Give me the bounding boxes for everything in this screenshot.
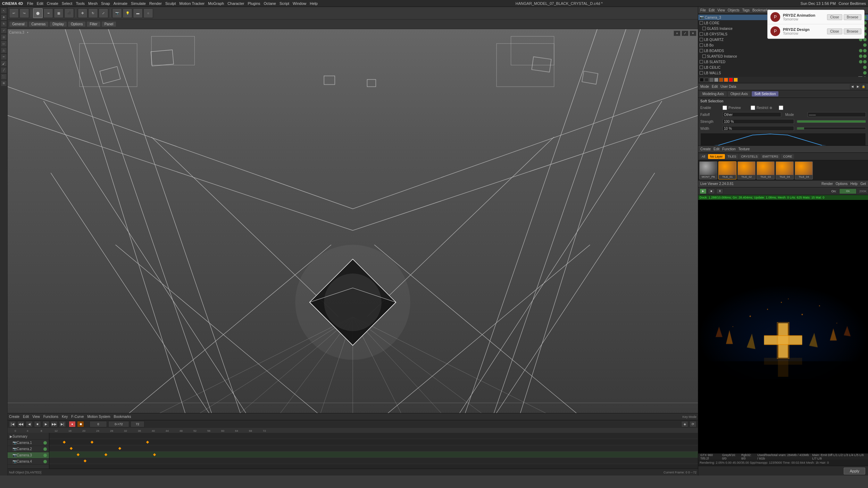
track-label-cam3[interactable]: 📷 Camera.3 xyxy=(8,452,49,458)
attr-menu-userdata[interactable]: User Data xyxy=(720,85,736,89)
toolbar-rotate[interactable]: ↻ xyxy=(88,8,98,18)
menu-script[interactable]: Script xyxy=(279,1,289,6)
menu-select[interactable]: Select xyxy=(62,1,73,6)
viewport-tab-general[interactable]: General xyxy=(9,21,28,27)
toolbar-edges[interactable]: ━ xyxy=(43,8,53,18)
mat-thumb-1[interactable]: TILE_01 xyxy=(718,161,736,179)
mat-tab-emitters[interactable]: EMITTERS xyxy=(760,154,781,159)
attr-restrict-checkbox[interactable] xyxy=(779,106,783,110)
apply-button[interactable]: Apply xyxy=(844,468,865,474)
mat-thumb-5[interactable]: TILE_04 xyxy=(795,161,813,179)
color-swatch-bright-orange[interactable] xyxy=(724,78,728,82)
notif-browse-0[interactable]: Browse xyxy=(844,14,861,20)
tool-rotate[interactable]: ↻ xyxy=(1,21,7,27)
obj-item-boards[interactable]: LB BOARDS xyxy=(698,48,868,53)
tool-knife[interactable]: ╱ xyxy=(1,67,7,73)
obj-menu-file[interactable]: File xyxy=(700,8,706,12)
attr-tab-object-axis[interactable]: Object Axis xyxy=(728,91,751,96)
keyframe[interactable] xyxy=(153,453,156,456)
obj-menu-tags[interactable]: Tags xyxy=(742,8,750,12)
mat-thumb-2[interactable]: TILE_02 xyxy=(737,161,756,179)
tl-fps[interactable]: 72 xyxy=(131,421,144,427)
viewport-tab-panel[interactable]: Panel xyxy=(101,21,117,27)
viewport-tab-cameras[interactable]: Cameras xyxy=(28,21,49,27)
menu-simulate[interactable]: Simulate xyxy=(131,1,146,6)
menu-render[interactable]: Render xyxy=(149,1,162,6)
mat-tab-tiles[interactable]: TILES xyxy=(726,154,738,159)
color-swatch-dark[interactable] xyxy=(704,78,709,82)
lv-menu-options[interactable]: Options xyxy=(836,182,848,186)
obj-menu-edit[interactable]: Edit xyxy=(709,8,715,12)
keyframe[interactable] xyxy=(91,441,93,444)
attr-falloff-value[interactable]: Other xyxy=(723,112,781,117)
viewport-tab-display[interactable]: Display xyxy=(49,21,67,27)
lv-pause-btn[interactable]: ⏸ xyxy=(716,188,723,194)
mat-menu-create[interactable]: Create xyxy=(700,147,711,151)
viewport-close-btn[interactable]: ✕ xyxy=(690,31,696,36)
notif-close-0[interactable]: Close xyxy=(827,14,842,20)
timeline-menu-motion[interactable]: Motion System xyxy=(87,415,110,419)
color-swatch-black[interactable] xyxy=(700,78,704,82)
timeline-menu-view[interactable]: View xyxy=(32,415,40,419)
color-swatch-red[interactable] xyxy=(729,78,733,82)
notif-close-1[interactable]: Close xyxy=(827,28,842,34)
toolbar-undo[interactable]: ↩ xyxy=(9,8,19,18)
menu-window[interactable]: Window xyxy=(293,1,306,6)
obj-item-slanted[interactable]: LB SLANTED xyxy=(698,59,868,65)
attr-btn-next[interactable]: ▶ xyxy=(856,84,860,89)
timeline-menu-fcurve[interactable]: F-Curve xyxy=(71,415,84,419)
attr-mode-value[interactable]: —— xyxy=(808,112,866,117)
viewport-menu-btn[interactable]: ≡ xyxy=(674,31,681,36)
toolbar-scale[interactable]: ⤢ xyxy=(99,8,108,18)
toolbar-move[interactable]: ✥ xyxy=(78,8,87,18)
obj-item-bo[interactable]: LB Bo xyxy=(698,42,868,48)
obj-item-ceilic[interactable]: LB CEILIC xyxy=(698,65,868,70)
attr-btn-lock[interactable]: 🔒 xyxy=(861,84,866,89)
toolbar-obj-mode[interactable]: ⬛ xyxy=(64,8,74,18)
tl-btn-play-back[interactable]: ◀ xyxy=(26,421,33,427)
lv-on-toggle[interactable]: On xyxy=(839,188,857,194)
menu-sculpt[interactable]: Sculpt xyxy=(165,1,176,6)
keyframe[interactable] xyxy=(63,441,66,444)
toolbar-floor[interactable]: ▬ xyxy=(133,8,143,18)
keyframe[interactable] xyxy=(105,453,107,456)
notif-browse-1[interactable]: Browse xyxy=(844,28,861,34)
tl-btn-stop[interactable]: ■ xyxy=(34,421,41,427)
menu-snap[interactable]: Snap xyxy=(101,1,110,6)
tl-loop[interactable]: ⟳ xyxy=(690,421,696,427)
tool-brush[interactable]: ✏ xyxy=(1,54,7,60)
tl-btn-record[interactable]: ● xyxy=(69,421,76,427)
toolbar-polys[interactable]: ▦ xyxy=(54,8,64,18)
timeline-menu-edit[interactable]: Edit xyxy=(23,415,29,419)
color-swatch-grey[interactable] xyxy=(709,78,713,82)
obj-menu-objects[interactable]: Objects xyxy=(728,8,740,12)
timeline-menu-bookmarks[interactable]: Bookmarks xyxy=(114,415,131,419)
timeline-menu-key[interactable]: Key xyxy=(62,415,68,419)
menu-mesh[interactable]: Mesh xyxy=(88,1,98,6)
lv-render-btn[interactable]: ▶ xyxy=(700,188,707,194)
mat-menu-texture[interactable]: Texture xyxy=(738,147,750,151)
menu-octane[interactable]: Octane xyxy=(264,1,276,6)
attr-preview-checkbox[interactable] xyxy=(751,106,755,110)
menu-help[interactable]: Help xyxy=(310,1,318,6)
menu-character[interactable]: Character xyxy=(227,1,244,6)
tool-scale[interactable]: ⤢ xyxy=(1,27,7,34)
tl-btn-prev-key[interactable]: ◀◀ xyxy=(17,421,24,427)
keyframe[interactable] xyxy=(77,453,80,456)
mat-menu-function[interactable]: Function xyxy=(722,147,735,151)
menu-animate[interactable]: Animate xyxy=(114,1,127,6)
track-label-cam1[interactable]: 📷 Camera.1 xyxy=(8,440,49,446)
tl-btn-stop-start[interactable]: |◀ xyxy=(9,421,16,427)
lv-stop-btn[interactable]: ■ xyxy=(708,188,715,194)
tl-btn-play[interactable]: ▶ xyxy=(42,421,49,427)
keyframe[interactable] xyxy=(146,441,149,444)
mat-thumb-4[interactable]: TILE_04 xyxy=(776,161,794,179)
color-swatch-orange[interactable] xyxy=(719,78,723,82)
tl-btn-next-key[interactable]: ▶▶ xyxy=(51,421,58,427)
viewport-tab-filter[interactable]: Filter xyxy=(86,21,100,27)
toolbar-camera[interactable]: 📷 xyxy=(112,8,122,18)
tool-extrude[interactable]: ⬛ xyxy=(1,74,7,80)
attr-width-slider[interactable] xyxy=(797,127,866,130)
toolbar-sky[interactable]: ○ xyxy=(143,8,153,18)
mat-tab-no-layer[interactable]: No Layer xyxy=(708,154,725,159)
